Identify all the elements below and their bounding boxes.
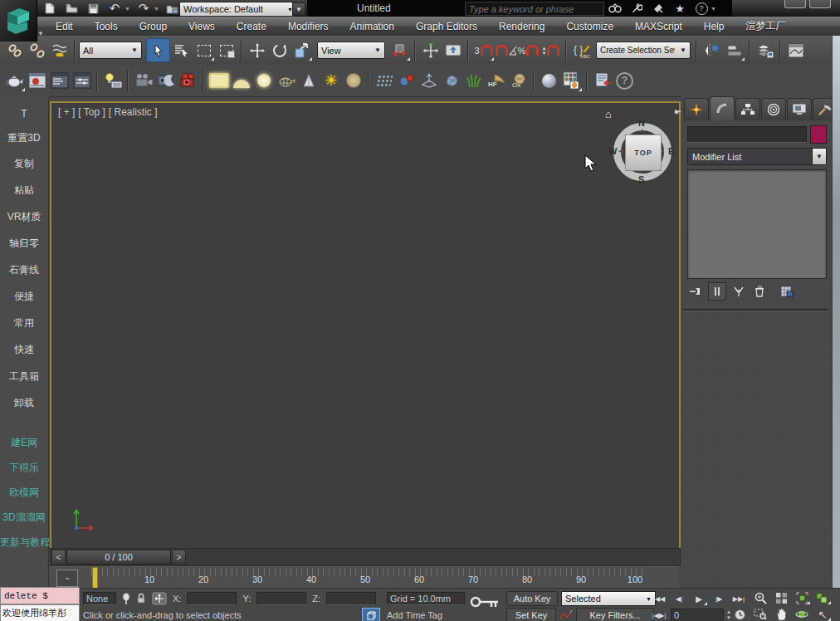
object-name-field[interactable] xyxy=(687,126,807,143)
sidebar-item-reset-3d[interactable]: 重置3D xyxy=(0,131,48,145)
new-key-curve-icon[interactable] xyxy=(559,609,573,621)
select-object-button[interactable] xyxy=(146,38,170,62)
window-crossing-toggle-icon[interactable] xyxy=(215,39,237,61)
help-caret-icon[interactable]: ▼ xyxy=(711,6,716,12)
vray-light-ies-icon[interactable] xyxy=(297,70,320,92)
key-filters-button[interactable]: Key Filters... xyxy=(576,608,654,621)
show-end-result-icon[interactable] xyxy=(708,282,726,301)
app-logo[interactable] xyxy=(0,0,37,42)
camera-night-icon[interactable] xyxy=(154,70,177,92)
sidebar-item-xiadele-site[interactable]: 下得乐 xyxy=(0,461,48,475)
menu-graph-editors[interactable]: Graph Editors xyxy=(405,21,488,32)
z-coordinate-field[interactable] xyxy=(326,592,376,605)
menu-animation[interactable]: Animation xyxy=(339,21,405,32)
app-menu-caret-icon[interactable]: ▼ xyxy=(37,30,44,37)
workspace-flyout-button[interactable]: ▼ xyxy=(292,2,305,16)
orbit-icon[interactable] xyxy=(793,607,811,621)
sidebar-item-paste[interactable]: 粘贴 xyxy=(0,183,48,198)
mirror-icon[interactable] xyxy=(701,39,723,61)
undo-history-caret-icon[interactable]: ▼ xyxy=(125,6,130,12)
tab-motion[interactable] xyxy=(761,98,786,120)
vray-light-sphere-icon[interactable] xyxy=(252,70,275,92)
favorites-star-icon[interactable]: ★ xyxy=(671,2,689,15)
sidebar-item-pivot-zero[interactable]: 轴归零 xyxy=(0,237,48,251)
align-icon[interactable] xyxy=(723,39,745,61)
sidebar-item-plaster-line[interactable]: 石膏线 xyxy=(0,263,48,277)
add-time-tag[interactable]: Add Time Tag xyxy=(387,610,458,620)
sidebar-item-copy[interactable]: 复制 xyxy=(0,157,48,171)
help-question-icon[interactable]: ? xyxy=(692,2,711,15)
new-scene-icon[interactable] xyxy=(42,2,58,16)
viewport-menu-button[interactable]: [ + ] xyxy=(58,106,75,118)
time-slider-track[interactable]: < 0 / 100 > xyxy=(50,548,681,566)
light-lister-icon[interactable] xyxy=(101,70,124,92)
help-search-input[interactable] xyxy=(466,2,610,15)
viewport-view-button[interactable]: [ Top ] xyxy=(78,106,105,118)
menu-maxscript[interactable]: MAXScript xyxy=(624,21,693,32)
time-configuration-icon[interactable] xyxy=(730,607,749,621)
sidebar-item-jiane-site[interactable]: 建E网 xyxy=(0,436,48,450)
menu-modifiers[interactable]: Modifiers xyxy=(277,21,339,32)
menu-group[interactable]: Group xyxy=(129,21,178,32)
vray-sun-icon[interactable]: ☀ xyxy=(320,70,342,92)
key-mode-toggle-button[interactable]: |◀▶| xyxy=(650,608,668,621)
x-coordinate-field[interactable] xyxy=(187,592,237,605)
time-slider-next-button[interactable]: > xyxy=(172,550,186,565)
selection-lock-toggle-icon[interactable] xyxy=(136,593,146,604)
select-and-move-icon[interactable] xyxy=(246,39,268,61)
select-and-link-icon[interactable] xyxy=(3,39,26,61)
maximize-viewport-toggle-icon[interactable]: ↖ xyxy=(813,607,832,621)
selected-dropdown[interactable]: Selected▼ xyxy=(561,591,656,606)
vray-proxy-icon[interactable] xyxy=(373,70,395,92)
vray-fur-grass-icon[interactable] xyxy=(462,70,485,92)
redo-icon[interactable]: ↷ xyxy=(135,2,152,16)
render-teapot-icon[interactable] xyxy=(3,70,26,92)
hairfarm-icon[interactable]: HF xyxy=(485,70,507,92)
play-button[interactable]: ▶ xyxy=(690,591,708,606)
maxscript-listener-input[interactable]: delete $ xyxy=(0,587,80,604)
viewcube-arrow-up-icon[interactable]: ▲ xyxy=(639,127,645,133)
adaptive-degradation-toggle[interactable] xyxy=(362,608,380,621)
vray-plane-icon[interactable] xyxy=(418,70,440,92)
reference-coordinate-system-dropdown[interactable]: View▼ xyxy=(317,42,385,59)
named-selection-sets-dropdown[interactable]: Create Selection Set▼ xyxy=(596,42,691,59)
tab-modify[interactable] xyxy=(710,96,735,120)
object-color-swatch[interactable] xyxy=(810,125,827,144)
select-and-rotate-icon[interactable] xyxy=(268,39,291,61)
zoom-extents-icon[interactable] xyxy=(793,590,811,605)
modifier-list-caret-icon[interactable]: ▼ xyxy=(812,148,827,165)
sidebar-item-toolbox[interactable]: 工具箱 xyxy=(0,369,48,384)
tab-create[interactable] xyxy=(684,98,709,120)
viewcube-home-icon[interactable]: ⌂ xyxy=(605,108,612,120)
select-and-manipulate-icon[interactable] xyxy=(419,39,442,61)
viewcube-west-label[interactable]: W xyxy=(608,146,617,156)
auto-key-button[interactable]: Auto Key xyxy=(506,591,558,606)
script-settings-icon[interactable] xyxy=(591,70,613,92)
sidebar-item-oumo-site[interactable]: 欧模网 xyxy=(0,486,48,500)
sidebar-item-uninstall[interactable]: 卸载 xyxy=(0,396,48,410)
track-bar[interactable]: ~ 0 10 20 30 40 50 60 70 80 90 100 xyxy=(50,566,679,589)
menu-help[interactable]: Help xyxy=(693,21,735,32)
previous-frame-button[interactable]: ◀| xyxy=(670,591,688,606)
project-folder-icon[interactable] xyxy=(164,2,181,16)
ornatrix-icon[interactable]: Ox xyxy=(507,70,530,92)
zoom-all-icon[interactable] xyxy=(772,590,790,605)
manage-layers-icon[interactable] xyxy=(754,39,776,61)
menu-customize[interactable]: Customize xyxy=(555,21,624,32)
curve-editor-icon[interactable] xyxy=(784,39,807,61)
set-key-button[interactable]: Set Key xyxy=(506,608,556,621)
window-maximize-button[interactable] xyxy=(809,0,831,8)
go-to-start-button[interactable]: |◀◀ xyxy=(650,591,668,606)
sidebar-item-vr-material[interactable]: VR材质 xyxy=(0,210,48,224)
modifier-stack[interactable] xyxy=(687,169,827,279)
sidebar-item-3dliuliu-site[interactable]: 3D溜溜网 xyxy=(0,511,48,525)
tab-hierarchy[interactable] xyxy=(735,98,760,120)
viewcube[interactable]: ⌂ ↶ N S W E ▲ ▼ ◀ ▶ TOP xyxy=(602,111,681,191)
open-mini-curve-editor-icon[interactable]: ~ xyxy=(56,570,78,587)
menu-views[interactable]: Views xyxy=(178,21,226,32)
absolute-offset-mode-icon[interactable] xyxy=(152,592,167,605)
vray-light-mesh-icon[interactable] xyxy=(275,70,297,92)
viewport-shading-button[interactable]: [ Realistic ] xyxy=(109,106,158,118)
next-frame-button[interactable]: |▶ xyxy=(710,591,728,606)
communication-wrench-icon[interactable] xyxy=(628,2,646,15)
